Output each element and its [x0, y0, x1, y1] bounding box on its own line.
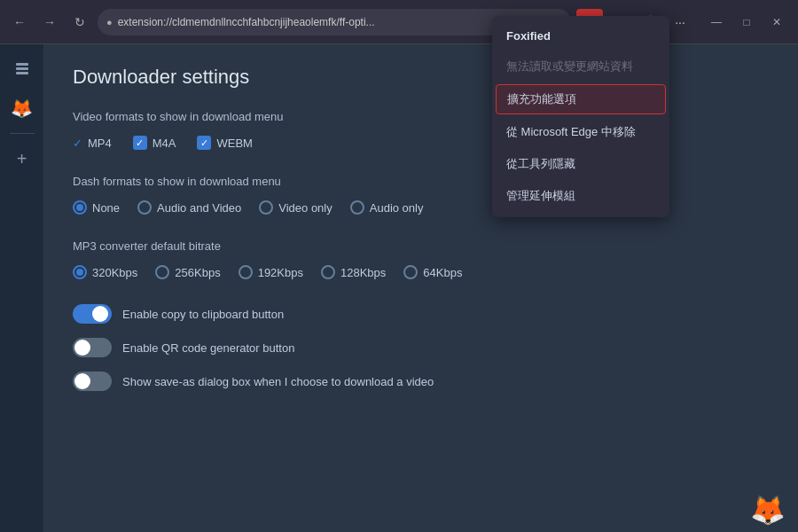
- sidebar-add-button[interactable]: +: [6, 143, 38, 175]
- m4a-checkbox-item[interactable]: ✓ M4A: [133, 136, 176, 150]
- dropdown-remove-from-edge-item[interactable]: 從 Microsoft Edge 中移除: [492, 116, 669, 148]
- dash-audio-only-label: Audio only: [370, 201, 424, 215]
- bitrate-192-radio[interactable]: 192Kbps: [239, 265, 303, 279]
- extension-dropdown-menu: Foxified 無法讀取或變更網站資料 擴充功能選項 從 Microsoft …: [492, 16, 669, 217]
- qr-toggle-row: Enable QR code generator button: [73, 338, 770, 357]
- bitrate-192-label: 192Kbps: [258, 266, 303, 279]
- qr-toggle-knob: [74, 340, 90, 356]
- mp3-bitrate-section: MP3 converter default bitrate 320Kbps 25…: [73, 239, 770, 279]
- dropdown-extension-options-item[interactable]: 擴充功能選項: [496, 84, 666, 114]
- mp4-label: MP4: [88, 137, 112, 150]
- bitrate-320-radio[interactable]: 320Kbps: [73, 265, 137, 279]
- dropdown-manage-extensions-item[interactable]: 管理延伸模組: [492, 180, 669, 212]
- sidebar-foxified-button[interactable]: 🦊: [6, 92, 38, 124]
- bitrate-192-radio-icon: [239, 265, 253, 279]
- svg-rect-0: [16, 63, 28, 66]
- saveas-toggle-label: Show save-as dialog box when I choose to…: [122, 375, 434, 388]
- bitrate-320-label: 320Kbps: [92, 266, 137, 279]
- bitrate-256-label: 256Kbps: [175, 266, 220, 279]
- clipboard-toggle-label: Enable copy to clipboard button: [122, 308, 284, 321]
- mp3-bitrate-label: MP3 converter default bitrate: [73, 239, 770, 253]
- bitrate-64-radio-icon: [403, 265, 418, 279]
- refresh-button[interactable]: ↻: [67, 10, 92, 35]
- window-controls: — □ ✕: [702, 10, 791, 35]
- svg-rect-1: [16, 67, 28, 70]
- webm-checkbox-icon: ✓: [197, 136, 211, 150]
- webm-checkbox-item[interactable]: ✓ WEBM: [197, 136, 252, 150]
- dropdown-foxified-title: Foxified: [492, 21, 669, 51]
- svg-rect-2: [16, 72, 28, 74]
- dash-video-only-radio-icon: [259, 200, 273, 215]
- bitrate-256-radio[interactable]: 256Kbps: [155, 265, 220, 279]
- dropdown-no-access-item: 無法讀取或變更網站資料: [492, 51, 669, 82]
- webm-label: WEBM: [216, 137, 252, 150]
- dash-video-only-label: Video only: [278, 201, 332, 215]
- dash-audio-video-label: Audio and Video: [157, 201, 241, 215]
- dash-audio-video-radio[interactable]: Audio and Video: [137, 200, 241, 215]
- clipboard-toggle-knob: [92, 306, 108, 322]
- bitrate-64-label: 64Kbps: [423, 266, 462, 279]
- dash-audio-video-radio-icon: [137, 200, 152, 215]
- saveas-toggle[interactable]: [73, 372, 112, 391]
- dash-audio-only-radio-icon: [350, 200, 364, 215]
- bitrate-128-radio[interactable]: 128Kbps: [321, 265, 386, 279]
- bitrate-320-radio-icon: [73, 265, 87, 279]
- clipboard-toggle[interactable]: [73, 304, 112, 324]
- dash-video-only-radio[interactable]: Video only: [259, 200, 332, 215]
- main-content: Downloader settings Video formats to sho…: [44, 44, 798, 532]
- bitrate-256-radio-icon: [155, 265, 169, 279]
- dash-none-radio-dot: [76, 204, 83, 211]
- sidebar-tabs-button[interactable]: [6, 53, 38, 85]
- dropdown-hide-from-toolbar-item[interactable]: 從工具列隱藏: [492, 148, 669, 180]
- m4a-label: M4A: [153, 137, 176, 150]
- dash-none-label: None: [92, 201, 120, 215]
- address-text: extension://cldmemdnllncchfahbcnjijheaol…: [118, 16, 535, 28]
- mp3-bitrate-radio-group: 320Kbps 256Kbps 192Kbps 128Kbps 64Kbps: [73, 265, 770, 279]
- toggles-section: Enable copy to clipboard button Enable Q…: [73, 304, 770, 391]
- sidebar: 🦊 +: [0, 44, 44, 532]
- qr-toggle[interactable]: [73, 338, 112, 357]
- bitrate-64-radio[interactable]: 64Kbps: [403, 265, 462, 279]
- saveas-toggle-row: Show save-as dialog box when I choose to…: [73, 372, 770, 391]
- bitrate-128-label: 128Kbps: [340, 266, 386, 279]
- mp4-checkmark-icon: ✓: [73, 137, 82, 150]
- bitrate-128-radio-icon: [321, 265, 335, 279]
- bitrate-320-radio-dot: [76, 269, 83, 276]
- menu-button[interactable]: ···: [667, 9, 693, 35]
- clipboard-toggle-row: Enable copy to clipboard button: [73, 304, 770, 324]
- m4a-checkbox-icon: ✓: [133, 136, 147, 150]
- qr-toggle-label: Enable QR code generator button: [122, 341, 294, 355]
- fox-mascot: 🦊: [750, 493, 786, 527]
- browser-chrome: ← → ↻ ● extension://cldmemdnllncchfahbcn…: [0, 0, 798, 44]
- minimize-button[interactable]: —: [702, 10, 731, 35]
- back-button[interactable]: ←: [7, 10, 32, 35]
- forward-button[interactable]: →: [37, 10, 62, 35]
- dash-none-radio[interactable]: None: [73, 200, 120, 215]
- close-button[interactable]: ✕: [763, 10, 791, 35]
- saveas-toggle-knob: [74, 373, 90, 389]
- maximize-button[interactable]: □: [732, 10, 761, 35]
- sidebar-divider: [10, 133, 35, 134]
- mp4-checkbox-item[interactable]: ✓ MP4: [73, 137, 112, 150]
- dash-none-radio-icon: [73, 200, 87, 215]
- dash-audio-only-radio[interactable]: Audio only: [350, 200, 424, 215]
